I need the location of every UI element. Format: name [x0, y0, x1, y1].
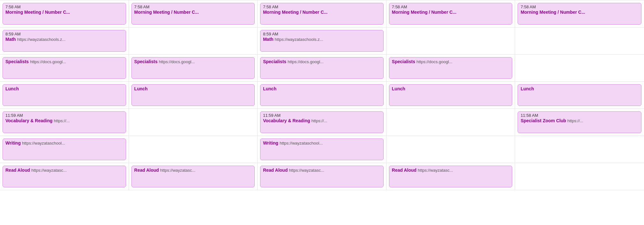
cell-col5-row5[interactable]: 11:58 AMSpecialist Zoom Clubhttps://...	[515, 109, 644, 136]
cell-col4-row7[interactable]: Read Aloudhttps://wayzatasc...	[386, 163, 515, 190]
cell-col4-row3[interactable]: Specialistshttps://docs.googl...	[386, 55, 515, 82]
event-link: https://...	[54, 118, 70, 123]
cell-col1-row7[interactable]: Read Aloudhttps://wayzatasc...	[0, 163, 129, 190]
cell-col3-row5[interactable]: 11:59 AMVocabulary & Readinghttps://...	[258, 109, 386, 136]
event-title-row: Morning Meeting / Number C...	[263, 9, 381, 15]
cell-col1-row1[interactable]: 7:58 AMMorning Meeting / Number C...	[0, 0, 129, 27]
cell-empty-col5-row6	[515, 136, 644, 163]
calendar-column-4: 7:58 AMMorning Meeting / Number C...Spec…	[386, 0, 515, 190]
cell-col3-row3[interactable]: Specialistshttps://docs.googl...	[258, 55, 386, 82]
event-title-row: Lunch	[5, 86, 123, 92]
event-title: Writing	[263, 140, 278, 146]
event-time: 11:58 AM	[520, 113, 639, 118]
event-card[interactable]: 7:58 AMMorning Meeting / Number C...	[260, 3, 384, 25]
event-card[interactable]: 11:59 AMVocabulary & Readinghttps://...	[260, 111, 384, 133]
event-card[interactable]: Lunch	[389, 84, 513, 106]
event-link: https://wayzataschool...	[22, 141, 65, 146]
event-title: Read Aloud	[263, 168, 288, 173]
event-title: Vocabulary & Reading	[263, 118, 310, 123]
event-title: Read Aloud	[5, 168, 30, 173]
event-title-row: Vocabulary & Readinghttps://...	[263, 118, 381, 124]
event-card[interactable]: 7:58 AMMorning Meeting / Number C...	[131, 3, 255, 25]
cell-col3-row6[interactable]: Writinghttps://wayzataschool...	[258, 136, 386, 163]
cell-col2-row7[interactable]: Read Aloudhttps://wayzatasc...	[129, 163, 258, 190]
event-time: 7:58 AM	[520, 4, 639, 9]
event-card[interactable]: Read Aloudhttps://wayzatasc...	[260, 166, 384, 187]
cell-col1-row3[interactable]: Specialistshttps://docs.googl...	[0, 55, 129, 82]
cell-empty-col5-row2	[515, 27, 644, 55]
event-card[interactable]: 7:58 AMMorning Meeting / Number C...	[389, 3, 513, 25]
event-time: 7:58 AM	[134, 4, 252, 9]
cell-empty-col4-row6	[386, 136, 515, 163]
event-card[interactable]: Specialistshttps://docs.googl...	[389, 57, 513, 79]
event-time: 8:59 AM	[263, 32, 381, 36]
cell-col5-row1[interactable]: 7:58 AMMorning Meeting / Number C...	[515, 0, 644, 27]
event-card[interactable]: Lunch	[518, 84, 641, 106]
event-title-row: Vocabulary & Readinghttps://...	[5, 118, 123, 124]
event-link: https://docs.googl...	[416, 59, 453, 64]
event-time: 7:58 AM	[263, 4, 381, 9]
cell-col2-row3[interactable]: Specialistshttps://docs.googl...	[129, 55, 258, 82]
event-title: Lunch	[520, 86, 534, 91]
event-card[interactable]: Lunch	[3, 84, 126, 106]
event-card[interactable]: Specialistshttps://docs.googl...	[3, 57, 126, 79]
event-card[interactable]: Lunch	[260, 84, 384, 106]
event-card[interactable]: Writinghttps://wayzataschool...	[3, 139, 126, 160]
event-title-row: Writinghttps://wayzataschool...	[263, 140, 381, 146]
event-title-row: Lunch	[134, 86, 252, 92]
cell-col3-row1[interactable]: 7:58 AMMorning Meeting / Number C...	[258, 0, 386, 27]
event-time: 8:59 AM	[5, 32, 123, 36]
event-link: https://wayzatasc...	[31, 168, 67, 173]
event-card[interactable]: Read Aloudhttps://wayzatasc...	[131, 166, 255, 187]
cell-col1-row4[interactable]: Lunch	[0, 82, 129, 109]
event-title: Morning Meeting / Number C...	[5, 10, 70, 15]
cell-col2-row4[interactable]: Lunch	[129, 82, 258, 109]
cell-col3-row4[interactable]: Lunch	[258, 82, 386, 109]
cell-col1-row2[interactable]: 8:59 AMMathhttps://wayzataschools.z...	[0, 27, 129, 55]
event-title: Lunch	[263, 86, 276, 91]
event-title-row: Mathhttps://wayzataschools.z...	[5, 36, 123, 42]
cell-col3-row7[interactable]: Read Aloudhttps://wayzatasc...	[258, 163, 386, 190]
cell-col5-row4[interactable]: Lunch	[515, 82, 644, 109]
event-title-row: Lunch	[263, 86, 381, 92]
event-card[interactable]: Read Aloudhttps://wayzatasc...	[389, 166, 513, 187]
event-title-row: Read Aloudhttps://wayzatasc...	[5, 167, 123, 173]
event-title: Morning Meeting / Number C...	[392, 10, 456, 15]
event-card[interactable]: 11:59 AMVocabulary & Readinghttps://...	[3, 111, 126, 133]
cell-col3-row2[interactable]: 8:59 AMMathhttps://wayzataschools.z...	[258, 27, 386, 55]
event-link: https://wayzataschools.z...	[275, 37, 323, 42]
event-title-row: Read Aloudhttps://wayzatasc...	[134, 167, 252, 173]
event-title: Specialist Zoom Club	[520, 118, 566, 123]
event-title-row: Specialistshttps://docs.googl...	[5, 59, 123, 64]
event-title-row: Specialistshttps://docs.googl...	[134, 59, 252, 64]
event-card[interactable]: Read Aloudhttps://wayzatasc...	[3, 166, 126, 187]
event-link: https://wayzatasc...	[289, 168, 324, 173]
event-card[interactable]: Specialistshttps://docs.googl...	[260, 57, 384, 79]
event-card[interactable]: 8:59 AMMathhttps://wayzataschools.z...	[260, 30, 384, 52]
cell-col2-row1[interactable]: 7:58 AMMorning Meeting / Number C...	[129, 0, 258, 27]
event-card[interactable]: 11:58 AMSpecialist Zoom Clubhttps://...	[518, 111, 641, 133]
event-link: https://...	[567, 118, 583, 123]
event-link: https://docs.googl...	[30, 59, 66, 64]
event-card[interactable]: Lunch	[131, 84, 255, 106]
cell-col1-row6[interactable]: Writinghttps://wayzataschool...	[0, 136, 129, 163]
event-link: https://docs.googl...	[159, 59, 195, 64]
calendar-column-2: 7:58 AMMorning Meeting / Number C...Spec…	[129, 0, 258, 190]
cell-col4-row1[interactable]: 7:58 AMMorning Meeting / Number C...	[386, 0, 515, 27]
event-card[interactable]: 8:59 AMMathhttps://wayzataschools.z...	[3, 30, 126, 52]
cell-col1-row5[interactable]: 11:59 AMVocabulary & Readinghttps://...	[0, 109, 129, 136]
event-title: Writing	[5, 140, 21, 146]
event-link: https://wayzataschools.z...	[17, 37, 66, 42]
cell-empty-col2-row6	[129, 136, 258, 163]
event-time: 11:59 AM	[5, 113, 123, 118]
cell-col4-row4[interactable]: Lunch	[386, 82, 515, 109]
event-title: Morning Meeting / Number C...	[263, 10, 327, 15]
event-card[interactable]: Writinghttps://wayzataschool...	[260, 139, 384, 160]
event-card[interactable]: 7:58 AMMorning Meeting / Number C...	[518, 3, 641, 25]
event-time: 11:59 AM	[263, 113, 381, 118]
calendar-column-5: 7:58 AMMorning Meeting / Number C...Lunc…	[515, 0, 644, 190]
event-card[interactable]: 7:58 AMMorning Meeting / Number C...	[3, 3, 126, 25]
event-card[interactable]: Specialistshttps://docs.googl...	[131, 57, 255, 79]
event-title: Morning Meeting / Number C...	[134, 10, 199, 15]
event-link: https://wayzatasc...	[418, 168, 453, 173]
